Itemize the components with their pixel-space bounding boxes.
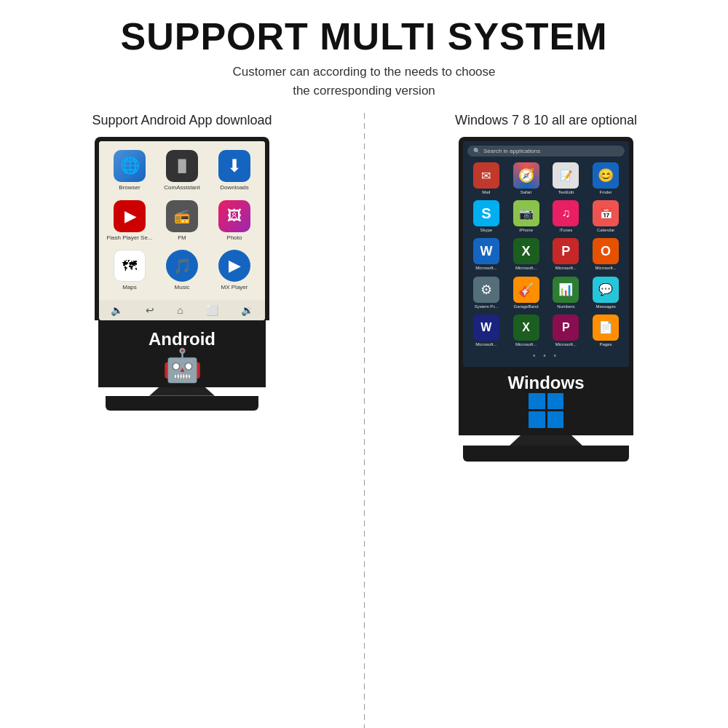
win-app-pages[interactable]: 📄 Pages: [587, 313, 625, 349]
columns: Support Android App download 🌐 Browser: [0, 113, 728, 728]
flash-label: Flash Player Se...: [106, 234, 152, 242]
android-screen: 🌐 Browser ▐▌ ComAssistant ⬇ Downloads: [99, 141, 265, 320]
win-app-numbers[interactable]: 📊 Numbers: [547, 275, 585, 311]
windows-column: Windows 7 8 10 all are optional 🔍 Search…: [364, 113, 728, 728]
app-photo[interactable]: 🖼 Photo: [210, 197, 259, 245]
nav-volume-up[interactable]: 🔉: [241, 304, 253, 316]
fm-label: FM: [178, 234, 186, 242]
app-maps[interactable]: 🗺 Maps: [105, 247, 154, 294]
itunes-icon: ♫: [553, 200, 579, 226]
win-app-systemprefs[interactable]: ⚙ System Pr...: [467, 275, 505, 311]
flash-icon: ▶: [114, 200, 146, 232]
browser-label: Browser: [119, 184, 140, 191]
android-nav: 🔈 ↩ ⌂ ⬜ 🔉: [99, 300, 265, 320]
browser-icon: 🌐: [114, 150, 146, 182]
app-comassistant[interactable]: ▐▌ ComAssistant: [157, 147, 207, 194]
win-app-word[interactable]: W Microsoft...: [467, 237, 505, 272]
windows-logo: [529, 393, 563, 428]
calendar-icon: 📅: [593, 200, 619, 226]
windows-screen: 🔍 Search in applications ✉ Mail: [463, 141, 629, 367]
app-browser[interactable]: 🌐 Browser: [105, 147, 154, 194]
app-fm[interactable]: 📻 FM: [157, 197, 207, 245]
mxplayer-icon: ▶: [218, 250, 250, 282]
win-tile-1: [529, 393, 545, 410]
ms2-icon: X: [513, 314, 539, 341]
ms3-icon: P: [553, 314, 579, 341]
win-app-ms1[interactable]: W Microsoft...: [467, 313, 505, 349]
windows-kiosk: 🔍 Search in applications ✉ Mail: [459, 137, 633, 462]
mail-icon: ✉: [473, 162, 499, 189]
comassistant-label: ComAssistant: [164, 184, 199, 191]
finder-icon: 😊: [593, 162, 619, 189]
nav-back[interactable]: ↩: [146, 304, 154, 316]
photo-icon: 🖼: [218, 200, 250, 232]
win-dots: • • •: [467, 349, 625, 363]
pages-icon: 📄: [593, 314, 619, 341]
main-title: SUPPORT MULTI SYSTEM: [120, 15, 607, 58]
win-app-garageband[interactable]: 🎸 GarageBand: [507, 275, 545, 311]
page-container: SUPPORT MULTI SYSTEM Customer can accord…: [0, 0, 728, 728]
app-mxplayer[interactable]: ▶ MX Player: [210, 247, 259, 294]
windows-screen-content: 🔍 Search in applications ✉ Mail: [463, 141, 629, 367]
win-app-messages[interactable]: 💬 Messages: [587, 275, 625, 311]
downloads-label: Downloads: [220, 184, 249, 191]
win-app-safari[interactable]: 🧭 Safari: [507, 161, 545, 197]
windows-stand-mid: [510, 435, 582, 446]
systemprefs-icon: ⚙: [473, 277, 499, 303]
win-tile-3: [529, 411, 545, 428]
maps-icon: 🗺: [114, 250, 146, 282]
win-app-calendar[interactable]: 📅 Calendar: [587, 199, 625, 234]
textedit-icon: 📝: [553, 162, 579, 189]
android-kiosk-top: 🌐 Browser ▐▌ ComAssistant ⬇ Downloads: [95, 137, 269, 320]
subtitle-line1: Customer can according to the needs to c…: [233, 65, 496, 79]
win-app-iphone[interactable]: 📷 iPhone: [507, 199, 545, 234]
windows-os-label: Windows: [459, 367, 633, 393]
android-os-label: Android: [103, 323, 261, 349]
windows-logo-area: [459, 393, 633, 435]
android-stand-mid: [149, 387, 215, 396]
win-app-outlook[interactable]: O Microsoft...: [587, 237, 625, 272]
downloads-icon: ⬇: [218, 150, 250, 182]
android-app-grid: 🌐 Browser ▐▌ ComAssistant ⬇ Downloads: [105, 147, 259, 294]
win-app-finder[interactable]: 😊 Finder: [587, 161, 625, 197]
android-kiosk-bottom: Android 🤖: [98, 320, 266, 387]
skype-icon: S: [473, 200, 499, 226]
win-app-powerpoint[interactable]: P Microsoft...: [547, 237, 585, 272]
search-icon: 🔍: [473, 148, 480, 154]
win-app-itunes[interactable]: ♫ iTunes: [547, 199, 585, 234]
comassistant-icon: ▐▌: [166, 150, 198, 182]
android-screen-content: 🌐 Browser ▐▌ ComAssistant ⬇ Downloads: [99, 141, 265, 300]
divider: [364, 113, 365, 728]
win-app-excel[interactable]: X Microsoft...: [507, 237, 545, 272]
android-stand-base: [106, 396, 258, 411]
win-app-ms2[interactable]: X Microsoft...: [507, 313, 545, 349]
photo-label: Photo: [227, 234, 242, 242]
iphone-icon: 📷: [513, 200, 539, 226]
safari-icon: 🧭: [513, 162, 539, 189]
nav-volume-down[interactable]: 🔈: [111, 304, 123, 316]
messages-icon: 💬: [593, 277, 619, 303]
app-music[interactable]: 🎵 Music: [157, 247, 207, 294]
numbers-icon: 📊: [553, 277, 579, 303]
win-app-mail[interactable]: ✉ Mail: [467, 161, 505, 197]
windows-search-bar[interactable]: 🔍 Search in applications: [467, 146, 625, 157]
windows-kiosk-top: 🔍 Search in applications ✉ Mail: [459, 137, 633, 367]
win-app-textedit[interactable]: 📝 TextEdit: [547, 161, 585, 197]
app-flash[interactable]: ▶ Flash Player Se...: [105, 197, 154, 245]
win-app-skype[interactable]: S Skype: [467, 199, 505, 234]
app-downloads[interactable]: ⬇ Downloads: [210, 147, 259, 194]
win-app-ms3[interactable]: P Microsoft...: [547, 313, 585, 349]
android-column: Support Android App download 🌐 Browser: [0, 113, 364, 728]
nav-home[interactable]: ⌂: [177, 304, 183, 316]
header: SUPPORT MULTI SYSTEM Customer can accord…: [120, 0, 607, 106]
win-tile-2: [547, 393, 564, 410]
android-robot-icon: 🤖: [103, 349, 261, 387]
subtitle-line2: the corresponding version: [293, 84, 435, 98]
windows-app-grid: ✉ Mail 🧭 Safari 📝 TextEdit: [467, 161, 625, 349]
subtitle: Customer can according to the needs to c…: [120, 63, 607, 100]
outlook-icon: O: [593, 238, 619, 264]
music-label: Music: [175, 284, 190, 291]
nav-recent[interactable]: ⬜: [206, 304, 218, 316]
windows-kiosk-bottom: Windows: [459, 367, 633, 435]
music-icon: 🎵: [166, 250, 198, 282]
